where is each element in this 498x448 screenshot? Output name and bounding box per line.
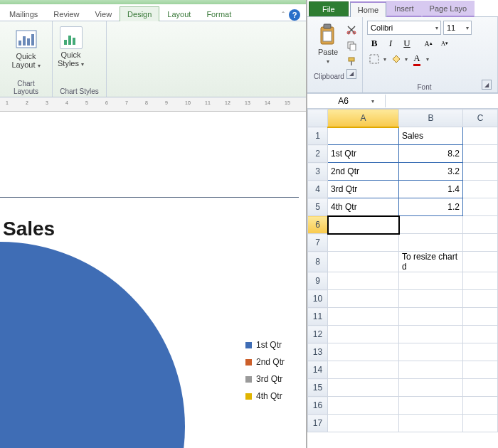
clipboard-dialog-launcher[interactable]: ◢	[346, 69, 356, 79]
cell-C13[interactable]	[463, 343, 498, 361]
row-header[interactable]: 1	[308, 127, 328, 145]
copy-button[interactable]	[344, 38, 359, 53]
cell-B14[interactable]	[399, 361, 463, 379]
cell-C1[interactable]	[463, 127, 498, 145]
cell-A4[interactable]: 3rd Qtr	[328, 181, 399, 198]
cell-B11[interactable]	[399, 308, 463, 326]
fill-color-button[interactable]	[388, 52, 403, 66]
cell-B16[interactable]	[399, 397, 463, 415]
font-size-combo[interactable]: 11	[443, 21, 472, 35]
col-header-B[interactable]: B	[399, 110, 463, 127]
cell-C3[interactable]	[463, 163, 498, 181]
shrink-font-button[interactable]: A▾	[438, 36, 452, 50]
cell-C2[interactable]	[463, 145, 498, 163]
help-icon[interactable]: ?	[289, 9, 300, 21]
cell-A9[interactable]	[328, 272, 399, 290]
row-header[interactable]: 6	[308, 216, 328, 234]
cell-B12[interactable]	[399, 326, 463, 343]
row-header[interactable]: 15	[308, 379, 328, 397]
cell-B15[interactable]	[399, 379, 463, 397]
cell-C5[interactable]	[463, 198, 498, 216]
row-header[interactable]: 3	[308, 163, 328, 181]
cut-button[interactable]	[344, 23, 359, 37]
cell-B8[interactable]: To resize chart d	[399, 252, 463, 272]
cell-C8[interactable]	[463, 252, 498, 272]
font-name-combo[interactable]: Colibri	[367, 21, 441, 35]
grow-font-button[interactable]: A▴	[421, 36, 435, 50]
cell-A15[interactable]	[328, 379, 399, 397]
grid[interactable]: A B C 1Sales21st Qtr8.232nd Qtr3.243rd Q…	[307, 109, 498, 432]
cell-C10[interactable]	[463, 290, 498, 308]
cell-C14[interactable]	[463, 361, 498, 379]
cell-A14[interactable]	[328, 361, 399, 379]
chart-object[interactable]: Sales 1st Qtr2nd Qtr3rd Qtr4th Qtr	[0, 197, 299, 448]
row-header[interactable]: 2	[308, 145, 328, 163]
legend-item[interactable]: 4th Qtr	[245, 391, 285, 401]
cell-A3[interactable]: 2nd Qtr	[328, 163, 399, 181]
quick-styles-button[interactable]: QuickStyles ▾	[57, 24, 85, 69]
cell-B2[interactable]: 8.2	[399, 145, 463, 163]
cell-C7[interactable]	[463, 234, 498, 252]
cell-B6[interactable]	[399, 216, 463, 234]
legend-item[interactable]: 1st Qtr	[245, 340, 285, 350]
cell-A10[interactable]	[328, 290, 399, 308]
row-header[interactable]: 13	[308, 343, 328, 361]
name-box-input[interactable]	[319, 96, 369, 106]
cell-A17[interactable]	[328, 415, 399, 432]
cell-A13[interactable]	[328, 343, 399, 361]
cell-A8[interactable]	[328, 252, 399, 272]
horizontal-ruler[interactable]: 123456789101112131415	[0, 97, 306, 112]
document-area[interactable]: Sales 1st Qtr2nd Qtr3rd Qtr4th Qtr	[0, 112, 306, 448]
row-header[interactable]: 8	[308, 252, 328, 272]
tab-page-layout[interactable]: Page Layo	[422, 1, 475, 17]
chart-legend[interactable]: 1st Qtr2nd Qtr3rd Qtr4th Qtr	[245, 333, 285, 408]
name-box[interactable]: ▾	[307, 95, 386, 107]
tab-layout[interactable]: Layout	[159, 6, 198, 21]
row-header[interactable]: 11	[308, 308, 328, 326]
borders-button[interactable]	[367, 52, 381, 66]
cell-B10[interactable]	[399, 290, 463, 308]
cell-B4[interactable]: 1.4	[399, 181, 463, 198]
cell-A7[interactable]	[328, 234, 399, 252]
quick-layout-button[interactable]: QuickLayout ▾	[4, 24, 48, 73]
cell-A6[interactable]	[328, 216, 399, 234]
col-header-A[interactable]: A	[328, 110, 399, 127]
cell-B13[interactable]	[399, 343, 463, 361]
cell-C15[interactable]	[463, 379, 498, 397]
chart-title[interactable]: Sales	[3, 218, 299, 240]
tab-review[interactable]: Review	[46, 6, 87, 21]
select-all-corner[interactable]	[308, 110, 328, 127]
cell-A16[interactable]	[328, 397, 399, 415]
cell-C11[interactable]	[463, 308, 498, 326]
row-header[interactable]: 5	[308, 198, 328, 216]
font-color-button[interactable]: A	[410, 52, 424, 66]
format-painter-button[interactable]	[344, 54, 359, 68]
row-header[interactable]: 9	[308, 272, 328, 290]
cell-B1[interactable]: Sales	[399, 127, 463, 145]
tab-format[interactable]: Format	[198, 6, 239, 21]
cell-A12[interactable]	[328, 326, 399, 343]
tab-file[interactable]: File	[309, 1, 349, 16]
cell-A1[interactable]	[328, 127, 399, 145]
cell-C6[interactable]	[463, 216, 498, 234]
bold-button[interactable]: B	[367, 36, 381, 50]
cell-A5[interactable]: 4th Qtr	[328, 198, 399, 216]
tab-insert[interactable]: Insert	[386, 1, 422, 17]
cell-C12[interactable]	[463, 326, 498, 343]
minimize-ribbon-icon[interactable]: ˆ	[282, 11, 285, 19]
cell-B17[interactable]	[399, 415, 463, 432]
tab-view[interactable]: View	[87, 6, 120, 21]
tab-mailings[interactable]: Mailings	[1, 6, 46, 21]
cell-B3[interactable]: 3.2	[399, 163, 463, 181]
row-header[interactable]: 10	[308, 290, 328, 308]
cell-C17[interactable]	[463, 415, 498, 432]
cell-C4[interactable]	[463, 181, 498, 198]
row-header[interactable]: 14	[308, 361, 328, 379]
pie-slice-1[interactable]	[0, 242, 185, 448]
col-header-C[interactable]: C	[463, 110, 498, 127]
cell-B7[interactable]	[399, 234, 463, 252]
row-header[interactable]: 12	[308, 326, 328, 343]
font-dialog-launcher[interactable]: ◢	[482, 80, 492, 90]
row-header[interactable]: 17	[308, 415, 328, 432]
tab-home[interactable]: Home	[350, 1, 386, 17]
